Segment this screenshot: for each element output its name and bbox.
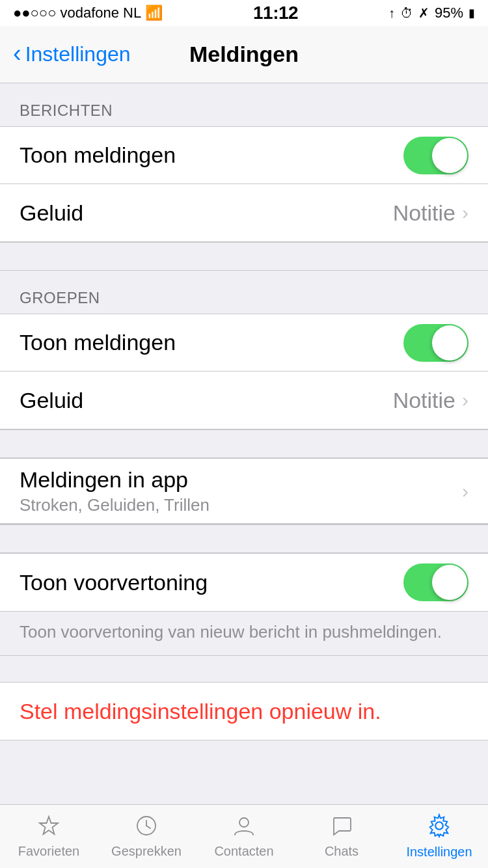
clock-icon [135, 814, 158, 841]
groepen-geluid-right: Notitie › [393, 388, 468, 413]
berichten-geluid-row[interactable]: Geluid Notitie › [0, 184, 488, 241]
back-button[interactable]: ‹ Instellingen [13, 41, 131, 68]
status-left: ●●○○○ vodafone NL 📶 [13, 5, 163, 21]
alarm-icon: ⏱ [400, 6, 413, 21]
page-title: Meldingen [189, 42, 299, 67]
voorvertoning-description: Toon voorvertoning van nieuw bericht in … [0, 612, 488, 656]
berichten-toon-meldingen-label: Toon meldingen [20, 142, 176, 168]
status-time: 11:12 [253, 3, 298, 23]
tab-favorieten-label: Favorieten [18, 844, 80, 859]
battery-label: 95% [435, 5, 463, 21]
chevron-right-icon-2: › [462, 389, 468, 411]
battery-icon: ▮ [468, 6, 475, 20]
star-icon [37, 814, 61, 841]
voorvertoning-section: Toon voorvertoning [0, 553, 488, 612]
tab-gesprekken-label: Gesprekken [111, 844, 182, 859]
gear-icon [427, 813, 452, 842]
svg-point-5 [435, 822, 443, 830]
berichten-section-header: BERICHTEN [0, 83, 488, 126]
berichten-geluid-label: Geluid [20, 200, 83, 226]
meldingen-in-app-label: Meldingen in app [20, 467, 210, 493]
groepen-section-header: GROEPEN [0, 271, 488, 314]
tab-instellingen[interactable]: Instellingen [390, 805, 488, 868]
carrier-label: vodafone NL [60, 5, 141, 21]
voorvertoning-toggle[interactable] [403, 563, 468, 601]
meldingen-in-app-section: Meldingen in app Stroken, Geluiden, Tril… [0, 458, 488, 524]
berichten-geluid-right: Notitie › [393, 200, 468, 226]
reset-row[interactable]: Stel meldingsinstellingen opnieuw in. [0, 683, 488, 740]
svg-marker-0 [40, 817, 58, 834]
tab-favorieten[interactable]: Favorieten [0, 805, 98, 868]
toggle-knob-3 [432, 565, 467, 600]
wifi-icon: 📶 [145, 5, 163, 21]
groepen-toon-meldingen-label: Toon meldingen [20, 330, 176, 355]
signal-dots: ●●○○○ [13, 5, 56, 21]
section-gap-1 [0, 242, 488, 271]
status-right: ↑ ⏱ ✗ 95% ▮ [388, 5, 475, 21]
back-chevron-icon: ‹ [13, 40, 21, 68]
tab-chats-label: Chats [325, 844, 359, 859]
berichten-table: Toon meldingen Geluid Notitie › [0, 126, 488, 242]
toggle-knob [432, 138, 467, 173]
tab-bar: Favorieten Gesprekken Contacten Chats [0, 804, 488, 868]
berichten-toon-meldingen-row: Toon meldingen [0, 127, 488, 184]
back-label: Instellingen [25, 42, 131, 66]
tab-instellingen-label: Instellingen [406, 845, 472, 860]
meldingen-in-app-row[interactable]: Meldingen in app Stroken, Geluiden, Tril… [0, 459, 488, 524]
location-icon: ↑ [388, 6, 395, 21]
toggle-knob-2 [432, 325, 467, 360]
section-gap-2 [0, 429, 488, 458]
berichten-geluid-value: Notitie [393, 200, 455, 226]
reset-label: Stel meldingsinstellingen opnieuw in. [20, 699, 381, 724]
groepen-toon-meldingen-toggle[interactable] [403, 324, 468, 362]
groepen-geluid-label: Geluid [20, 388, 83, 413]
tab-contacten[interactable]: Contacten [195, 805, 293, 868]
groepen-toon-meldingen-row: Toon meldingen [0, 314, 488, 372]
chevron-right-icon: › [462, 202, 468, 224]
meldingen-in-app-text: Meldingen in app Stroken, Geluiden, Tril… [20, 467, 210, 515]
meldingen-in-app-sublabel: Stroken, Geluiden, Trillen [20, 495, 210, 515]
chat-icon [330, 814, 353, 841]
groepen-geluid-row[interactable]: Geluid Notitie › [0, 372, 488, 429]
bluetooth-icon: ✗ [418, 5, 429, 21]
svg-point-4 [239, 818, 249, 827]
reset-section: Stel meldingsinstellingen opnieuw in. [0, 682, 488, 740]
berichten-toon-meldingen-toggle[interactable] [403, 137, 468, 174]
tab-chats[interactable]: Chats [293, 805, 390, 868]
meldingen-in-app-right: › [462, 480, 468, 502]
person-icon [232, 814, 256, 841]
nav-bar: ‹ Instellingen Meldingen [0, 26, 488, 83]
chevron-right-icon-3: › [462, 480, 468, 502]
groepen-table: Toon meldingen Geluid Notitie › [0, 314, 488, 429]
section-gap-3 [0, 524, 488, 553]
tab-contacten-label: Contacten [214, 844, 273, 859]
tab-gesprekken[interactable]: Gesprekken [98, 805, 195, 868]
groepen-geluid-value: Notitie [393, 388, 455, 413]
voorvertoning-row: Toon voorvertoning [0, 554, 488, 611]
voorvertoning-label: Toon voorvertoning [20, 570, 208, 595]
svg-line-3 [146, 826, 150, 828]
content-area: BERICHTEN Toon meldingen Geluid Notitie … [0, 83, 488, 804]
status-bar: ●●○○○ vodafone NL 📶 11:12 ↑ ⏱ ✗ 95% ▮ [0, 0, 488, 26]
